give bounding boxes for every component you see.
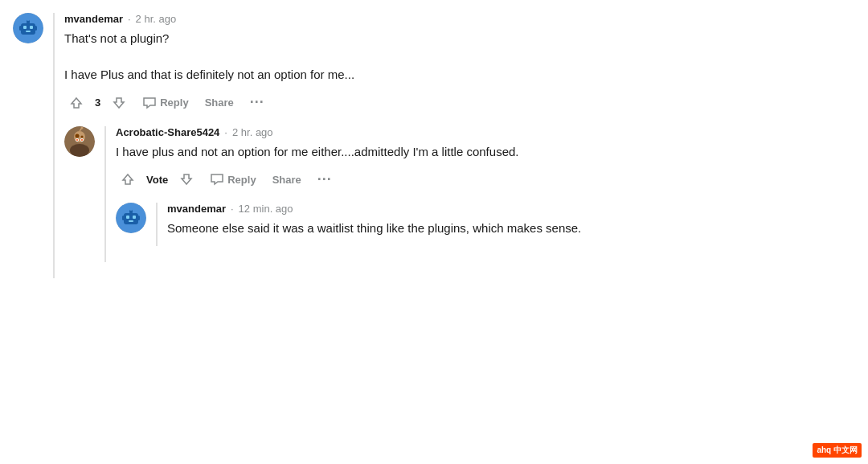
comment-3-body: mvandemar · 12 min. ago Someone else sai… [156, 203, 855, 246]
comment-1-line-1: That's not a plugin? [64, 30, 855, 48]
share-label-1: Share [205, 96, 234, 109]
reply-button-1[interactable]: Reply [137, 93, 193, 113]
share-button-2[interactable]: Share [268, 170, 306, 189]
downvote-button-2[interactable] [174, 169, 199, 190]
reply-label-2: Reply [227, 174, 256, 186]
vote-label-2: Vote [146, 174, 168, 186]
svg-rect-1 [21, 23, 35, 35]
comment-1-actions: 3 Reply Share ··· [64, 92, 855, 113]
timestamp-3: 12 min. ago [239, 203, 293, 215]
more-icon-1: ··· [250, 94, 264, 111]
svg-rect-7 [19, 26, 22, 31]
comment-2: Acrobatic-Share5424 · 2 hr. ago I have p… [64, 126, 855, 262]
meta-dot-2: · [224, 126, 227, 138]
meta-dot-1: · [128, 13, 131, 25]
more-button-1[interactable]: ··· [245, 92, 269, 113]
svg-rect-8 [35, 26, 37, 31]
share-label-2: Share [272, 174, 301, 186]
svg-point-12 [76, 133, 80, 138]
avatar-acrobatic [64, 126, 95, 157]
reply-label-1: Reply [160, 96, 188, 109]
svg-point-17 [81, 139, 83, 141]
username-mvandemar-2: mvandemar [167, 203, 226, 215]
comment-2-text: I have plus and not an option for me eit… [116, 143, 855, 162]
watermark: ahq 中文网 [813, 443, 862, 458]
comment-2-actions: Vote Reply Sh [116, 169, 855, 190]
svg-point-19 [81, 126, 84, 129]
downvote-icon-2 [179, 172, 194, 187]
comment-thread: mvandemar · 2 hr. ago That's not a plugi… [0, 13, 868, 278]
meta-dot-3: · [231, 203, 234, 215]
downvote-button-1[interactable] [107, 92, 131, 113]
comment-1-meta: mvandemar · 2 hr. ago [64, 13, 855, 25]
upvote-icon-1 [69, 96, 84, 110]
comment-2-meta: Acrobatic-Share5424 · 2 hr. ago [116, 126, 855, 138]
comment-1-line-2: I have Plus and that is definitely not a… [64, 66, 855, 84]
svg-point-13 [81, 135, 84, 138]
svg-rect-2 [23, 26, 27, 29]
svg-rect-27 [122, 216, 125, 220]
more-button-2[interactable]: ··· [313, 170, 337, 190]
comment-2-body: Acrobatic-Share5424 · 2 hr. ago I have p… [104, 126, 855, 262]
avatar-mvandemar [13, 13, 43, 43]
downvote-icon-1 [112, 96, 126, 110]
username-acrobatic: Acrobatic-Share5424 [116, 126, 219, 138]
comment-3-meta: mvandemar · 12 min. ago [167, 203, 855, 215]
svg-rect-28 [137, 216, 140, 220]
svg-point-26 [129, 207, 133, 211]
chat-icon-2 [210, 173, 224, 186]
svg-point-11 [70, 144, 89, 157]
comment-1: mvandemar · 2 hr. ago That's not a plugi… [13, 13, 855, 278]
svg-rect-22 [126, 216, 129, 219]
share-button-1[interactable]: Share [200, 93, 239, 112]
avatar-mvandemar-2 [116, 203, 146, 233]
svg-point-16 [76, 139, 78, 141]
comment-3-text: Someone else said it was a waitlist thin… [167, 220, 855, 238]
comment-1-body: mvandemar · 2 hr. ago That's not a plugi… [53, 13, 855, 278]
reply-button-2[interactable]: Reply [205, 170, 260, 189]
svg-rect-21 [124, 213, 138, 224]
svg-rect-3 [30, 26, 33, 29]
svg-rect-4 [26, 31, 31, 32]
username-mvandemar: mvandemar [64, 13, 123, 25]
timestamp-2: 2 hr. ago [232, 126, 273, 138]
vote-count-1: 3 [95, 96, 100, 109]
upvote-icon-2 [121, 172, 135, 187]
chat-icon-1 [142, 96, 157, 109]
svg-rect-23 [133, 216, 136, 219]
more-icon-2: ··· [317, 171, 332, 188]
timestamp-1: 2 hr. ago [136, 13, 177, 25]
upvote-button-1[interactable] [64, 92, 88, 113]
svg-point-6 [27, 18, 30, 21]
comment-3: mvandemar · 12 min. ago Someone else sai… [116, 203, 855, 246]
svg-rect-24 [129, 220, 133, 222]
upvote-button-2[interactable] [116, 169, 140, 190]
comment-1-text: That's not a plugin? I have Plus and tha… [64, 30, 855, 84]
